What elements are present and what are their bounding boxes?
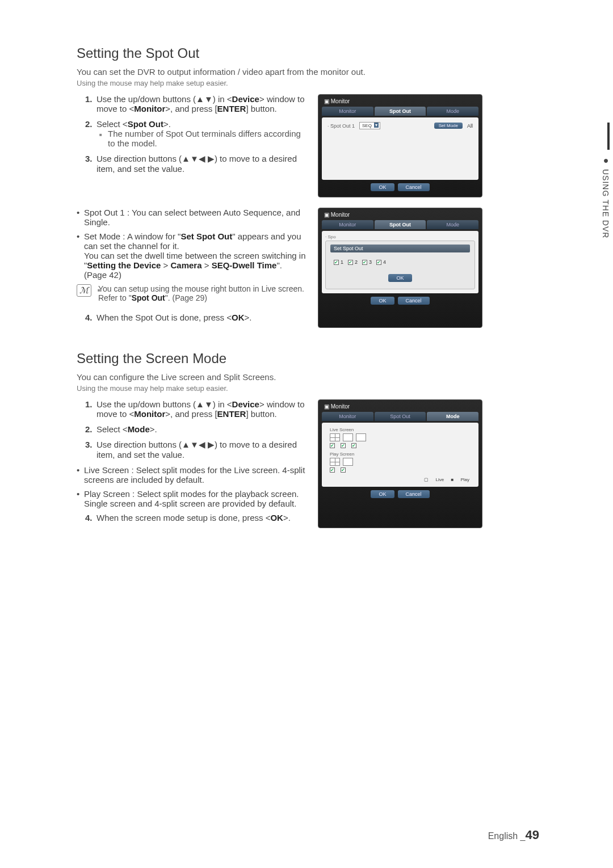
- section1-title: Setting the Spot Out: [77, 45, 536, 61]
- live-icon-1[interactable]: [330, 433, 340, 441]
- s1-step1: 1. Use the up/down buttons (▲▼) in <Devi…: [85, 94, 306, 113]
- play-icon-1[interactable]: [330, 458, 340, 466]
- all-label: All: [467, 123, 473, 129]
- s1-bullet1: Spot Out 1 : You can select between Auto…: [77, 208, 306, 227]
- tab-spotout[interactable]: Spot Out: [375, 107, 426, 116]
- section2-intro: You can configure the Live screen and Sp…: [77, 372, 536, 382]
- play-chk-2[interactable]: ✔: [341, 467, 346, 473]
- dvr1-title: ▣: [324, 98, 331, 104]
- tab-mode[interactable]: Mode: [427, 220, 478, 229]
- section2-title: Setting the Screen Mode: [77, 351, 536, 366]
- tab-monitor[interactable]: Monitor: [322, 220, 373, 229]
- side-tab-text: USING THE DVR: [601, 169, 610, 238]
- s1-step4: 4. When the Spot Out is done, press <OK>…: [85, 313, 306, 322]
- setmode-button[interactable]: Set Mode: [434, 123, 463, 129]
- live-icon-3[interactable]: [356, 433, 366, 441]
- tab-mode[interactable]: Mode: [427, 412, 478, 421]
- seq-dropdown[interactable]: SEQ: [359, 122, 380, 129]
- dvr-screenshot-mode: ▣ Monitor Monitor Spot Out Mode Live Scr…: [318, 399, 482, 528]
- s2-step3: 3. Use direction buttons (▲▼◀ ▶) to move…: [85, 440, 306, 460]
- spo-label: · Spo: [325, 234, 475, 239]
- chk-3[interactable]: ✔3: [362, 259, 372, 265]
- s2-step4: 4. When the screen mode setup is done, p…: [85, 513, 306, 523]
- live-chk-2[interactable]: ✔: [341, 443, 346, 448]
- section2-sub: Using the mouse may help make setup easi…: [77, 384, 536, 393]
- s1-bullet2: Set Mode : A window for "Set Spot Out" a…: [77, 231, 306, 280]
- ok-button[interactable]: OK: [371, 490, 394, 498]
- cancel-button[interactable]: Cancel: [398, 490, 430, 498]
- play-label: Play Screen: [328, 452, 473, 457]
- note-icon: ℳ: [77, 284, 91, 297]
- cancel-button[interactable]: Cancel: [398, 183, 430, 191]
- s2-bullet1: Live Screen : Select split modes for the…: [77, 465, 306, 484]
- live-label: Live Screen: [328, 427, 473, 432]
- s2-step1: 1. Use the up/down buttons (▲▼) in <Devi…: [85, 399, 306, 419]
- s2-bullet2: Play Screen : Select split modes for the…: [77, 489, 306, 508]
- dvr-screenshot-spotout: ▣ Monitor Monitor Spot Out Mode · Spot O…: [318, 94, 482, 197]
- tab-spotout[interactable]: Spot Out: [375, 220, 426, 229]
- side-tab: ● USING THE DVR: [598, 152, 613, 242]
- setspotout-title: Set Spot Out: [330, 245, 470, 252]
- side-tab-dot: ●: [601, 155, 611, 166]
- tab-monitor[interactable]: Monitor: [322, 412, 373, 421]
- s1-step3: 3. Use direction buttons (▲▼◀ ▶) to move…: [85, 154, 306, 174]
- tab-monitor[interactable]: Monitor: [322, 107, 373, 116]
- cancel-button[interactable]: Cancel: [398, 297, 430, 305]
- chk-1[interactable]: ✔1: [334, 259, 343, 265]
- tab-spotout[interactable]: Spot Out: [375, 412, 426, 421]
- tab-mode[interactable]: Mode: [427, 107, 478, 116]
- live-chk-1[interactable]: ✔: [330, 443, 335, 448]
- play-icon-2[interactable]: [343, 458, 353, 466]
- live-icon-2[interactable]: [343, 433, 353, 441]
- chk-4[interactable]: ✔4: [376, 259, 386, 265]
- footer: English _49: [488, 828, 539, 842]
- ok-button[interactable]: OK: [371, 183, 394, 191]
- note-row: ℳ You can setup using the mouse right bu…: [77, 284, 306, 307]
- s2-step2: 2. Select <Mode>.: [85, 424, 306, 434]
- section1-sub: Using the mouse may help make setup easi…: [77, 79, 536, 87]
- ok-button[interactable]: OK: [371, 297, 394, 305]
- section1-intro: You can set the DVR to output informatio…: [77, 67, 536, 77]
- chk-2[interactable]: ✔2: [348, 259, 358, 265]
- dvr-screenshot-setspotout: ▣ Monitor Monitor Spot Out Mode · Spo Se…: [318, 208, 482, 328]
- play-chk-1[interactable]: ✔: [330, 467, 335, 473]
- live-chk-3[interactable]: ✔: [351, 443, 356, 448]
- s1-step2-sub: The number of Spot Out terminals differs…: [96, 129, 306, 148]
- s1-step2: 2. Select <Spot Out>. The number of Spot…: [85, 119, 306, 148]
- legend: ▢ Live ■ Play: [328, 477, 473, 482]
- spotout1-label: · Spot Out 1: [328, 123, 355, 129]
- inner-ok-button[interactable]: OK: [388, 274, 412, 282]
